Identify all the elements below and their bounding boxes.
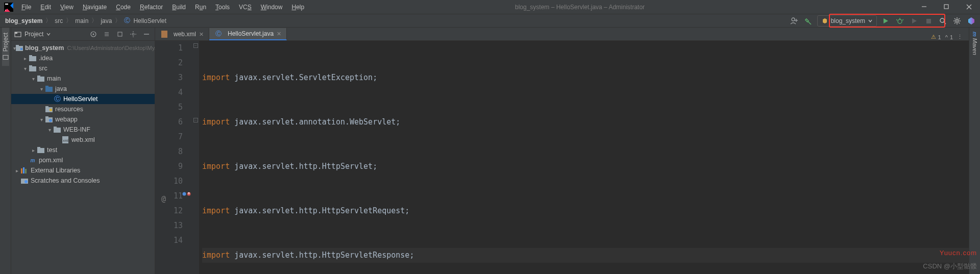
run-config-dropdown[interactable]: blog_system (817, 15, 877, 27)
select-opened-file-icon[interactable] (88, 29, 99, 39)
tree-scratches[interactable]: Scratches and Consoles (11, 176, 155, 186)
menu-build[interactable]: Build (168, 2, 190, 12)
watermark-yuucn: Yuucn.com (940, 249, 977, 257)
crumb-main[interactable]: main (75, 17, 88, 24)
crumb-java[interactable]: java (101, 17, 112, 24)
fold-toggle[interactable]: − (193, 43, 198, 48)
menu-navigate[interactable]: Navigate (79, 2, 111, 12)
crumb-class[interactable]: HelloServlet (133, 17, 166, 24)
chevron-down-icon (46, 32, 51, 36)
tree-java[interactable]: ▾ java (11, 84, 155, 94)
tree-test[interactable]: ▸ test (11, 145, 155, 155)
chevron-right-icon: 〉 (115, 16, 121, 25)
line-number: 4 (155, 85, 192, 100)
tree-main[interactable]: ▾ main (11, 73, 155, 84)
class-icon: Ⓒ (214, 30, 223, 38)
svg-rect-45 (29, 55, 32, 57)
scratches-icon (20, 177, 29, 185)
libraries-icon (20, 166, 29, 175)
tree-pom[interactable]: m pom.xml (11, 155, 155, 165)
hide-icon[interactable] (141, 29, 152, 39)
line-number: 2 (155, 56, 192, 70)
menu-view[interactable]: View (56, 2, 78, 12)
close-icon[interactable]: ✕ (199, 31, 204, 38)
menu-refactor[interactable]: Refactor (136, 2, 167, 12)
crumb-project[interactable]: blog_system (5, 17, 42, 24)
gear-icon[interactable] (128, 29, 138, 39)
chevron-right-icon: ▸ (30, 147, 37, 153)
tree-webxml[interactable]: xml web.xml (11, 135, 155, 145)
svg-point-15 (940, 18, 944, 22)
svg-point-70 (183, 192, 186, 196)
line-number: 11 (174, 191, 183, 201)
debug-bug-icon[interactable] (894, 15, 905, 27)
chevron-down-icon: ▾ (38, 86, 45, 92)
menu-code[interactable]: Code (112, 2, 135, 12)
run-with-coverage-icon[interactable] (909, 15, 920, 27)
avatar-icon[interactable] (966, 15, 977, 27)
menu-edit[interactable]: Edit (36, 2, 55, 12)
menu-tools[interactable]: Tools (211, 2, 234, 12)
svg-rect-46 (29, 66, 36, 71)
gutter-override-icon[interactable] (182, 192, 191, 196)
tree-src[interactable]: ▾ src (11, 63, 155, 73)
chevron-right-icon: ▸ (21, 56, 29, 61)
svg-rect-1 (5, 4, 8, 5)
line-number: 7 (155, 130, 192, 144)
svg-rect-59 (54, 127, 57, 128)
crumb-src[interactable]: src (55, 17, 63, 24)
tree-helloservlet[interactable]: Ⓒ HelloServlet (11, 94, 155, 104)
maximize-button[interactable] (935, 0, 958, 14)
svg-text:xml: xml (63, 139, 68, 142)
tree-extlib[interactable]: ▸ External Libraries (11, 165, 155, 176)
tab-label: web.xml (174, 31, 196, 38)
svg-rect-66 (25, 169, 27, 173)
menu-file[interactable]: File (17, 2, 35, 12)
tree-webinf[interactable]: ▾ WEB-INF (11, 124, 155, 135)
close-icon[interactable]: ✕ (277, 31, 281, 37)
chevron-right-icon: ▸ (13, 168, 20, 173)
add-user-icon[interactable] (789, 15, 800, 27)
tool-tab-maven[interactable]: m Maven (972, 28, 978, 59)
tool-tab-project-label: Project (2, 33, 9, 52)
search-icon[interactable] (937, 15, 948, 27)
project-header: Project (11, 28, 155, 41)
menu-run[interactable]: Run (191, 2, 210, 12)
line-number: 12 (155, 204, 192, 218)
project-title[interactable]: Project (14, 31, 85, 38)
svg-line-23 (959, 22, 960, 23)
svg-rect-65 (23, 167, 24, 173)
project-icon (3, 55, 9, 61)
tree-resources[interactable]: resources (11, 104, 155, 114)
code-editor[interactable]: 1 2 3 4 5 6 7 8 9 10 11 12 13 14 − − imp… (155, 41, 969, 274)
svg-rect-28 (15, 32, 17, 34)
left-tool-stripe: Project (0, 28, 11, 274)
more-icon[interactable]: ⋮ (957, 34, 964, 40)
tree-webapp[interactable]: ▾ webapp (11, 114, 155, 124)
tree-idea[interactable]: ▸ .idea (11, 53, 155, 63)
tool-tab-project[interactable]: Project (2, 28, 9, 66)
line-number: 3 (155, 70, 192, 85)
svg-rect-63 (37, 147, 40, 148)
line-number: 6 (155, 115, 192, 130)
svg-line-12 (896, 19, 897, 20)
svg-line-16 (944, 22, 946, 24)
tree-root[interactable]: ▾ blog_system C:\Users\Administrator\Des… (11, 43, 155, 53)
code-body[interactable]: import javax.servlet.ServletException; i… (199, 41, 969, 274)
inspection-widget[interactable]: ⚠1 ^1 ⋮ (931, 34, 969, 40)
minimize-button[interactable] (913, 0, 935, 14)
svg-point-30 (93, 33, 94, 35)
tab-webxml[interactable]: web.xml ✕ (155, 28, 209, 40)
collapse-all-icon[interactable] (115, 29, 125, 39)
build-hammer-icon[interactable] (803, 15, 814, 27)
gear-icon[interactable] (951, 15, 963, 27)
tab-helloservlet[interactable]: Ⓒ HelloServlet.java ✕ (209, 28, 287, 40)
folder-icon (29, 54, 37, 62)
close-button[interactable] (958, 0, 980, 14)
run-play-icon[interactable] (880, 15, 891, 27)
project-tool-window: Project ▾ blog_system C:\Users\Administr… (11, 28, 155, 274)
fold-toggle[interactable]: − (193, 118, 198, 122)
svg-rect-44 (29, 56, 36, 61)
expand-all-icon[interactable] (102, 29, 112, 39)
stop-icon[interactable] (923, 15, 934, 27)
